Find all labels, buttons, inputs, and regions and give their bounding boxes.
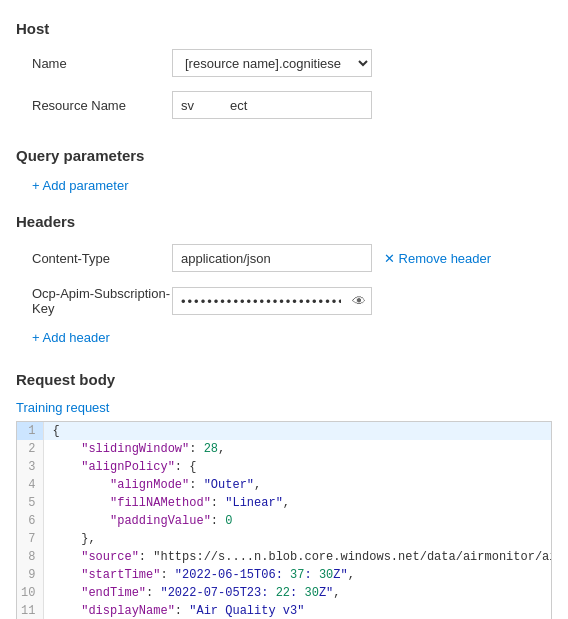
toggle-visibility-icon[interactable]: 👁 [352, 293, 366, 309]
subscription-key-input[interactable] [172, 287, 372, 315]
code-line: 2 "slidingWindow": 28, [17, 440, 552, 458]
code-line: 6 "paddingValue": 0 [17, 512, 552, 530]
subscription-key-wrap: 👁 [172, 287, 372, 315]
host-title: Host [16, 20, 552, 37]
remove-header-link[interactable]: ✕ Remove header [384, 251, 491, 266]
headers-title: Headers [16, 213, 552, 230]
subscription-key-row: Ocp-Apim-Subscription-Key 👁 [16, 286, 552, 316]
content-type-input[interactable] [172, 244, 372, 272]
add-parameter-link[interactable]: + Add parameter [16, 178, 128, 193]
resource-name-row: Resource Name [16, 91, 552, 119]
code-line: 9 "startTime": "2022-06-15T06: 37: 30Z", [17, 566, 552, 584]
code-editor[interactable]: 1{2 "slidingWindow": 28,3 "alignPolicy":… [16, 421, 552, 619]
code-line: 4 "alignMode": "Outer", [17, 476, 552, 494]
content-type-row: Content-Type ✕ Remove header [16, 244, 552, 272]
code-line: 7 }, [17, 530, 552, 548]
subscription-key-label: Ocp-Apim-Subscription-Key [32, 286, 172, 316]
resource-name-label: Resource Name [32, 98, 172, 113]
code-line: 5 "fillNAMethod": "Linear", [17, 494, 552, 512]
code-table: 1{2 "slidingWindow": 28,3 "alignPolicy":… [17, 422, 552, 619]
request-body-title: Request body [16, 371, 552, 388]
code-line: 8 "source": "https://s....n.blob.core.wi… [17, 548, 552, 566]
code-line: 1{ [17, 422, 552, 440]
resource-name-input[interactable] [172, 91, 372, 119]
name-row: Name [resource name].cognitiese [16, 49, 552, 77]
code-line: 10 "endTime": "2022-07-05T23: 22: 30Z", [17, 584, 552, 602]
content-type-label: Content-Type [32, 251, 172, 266]
code-line: 3 "alignPolicy": { [17, 458, 552, 476]
training-label: Training request [16, 400, 552, 415]
name-select[interactable]: [resource name].cognitiese [172, 49, 372, 77]
query-params-title: Query parameters [16, 147, 552, 164]
request-body-section: Request body Training request 1{2 "slidi… [16, 371, 552, 619]
code-line: 11 "displayName": "Air Quality v3" [17, 602, 552, 619]
add-header-link[interactable]: + Add header [16, 330, 110, 345]
name-label: Name [32, 56, 172, 71]
